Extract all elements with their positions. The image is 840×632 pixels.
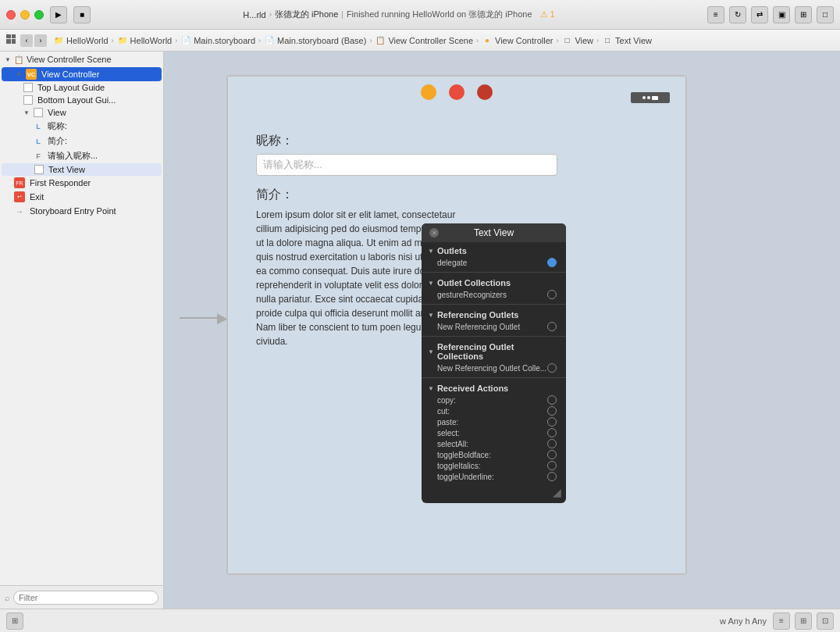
outlets-label: Outlets bbox=[437, 246, 467, 255]
popup-row-paste[interactable]: paste: bbox=[428, 416, 560, 427]
refresh-button[interactable]: ↻ bbox=[729, 6, 746, 23]
vc-label: View Controller bbox=[41, 70, 99, 79]
split-view-button[interactable]: ⊞ bbox=[795, 6, 812, 23]
layout-btn[interactable]: ⊞ bbox=[795, 612, 812, 630]
popup-section-outlets: ▼ Outlets delegate bbox=[422, 242, 566, 270]
toggleitalics-circle[interactable] bbox=[547, 461, 557, 470]
maximize-button[interactable] bbox=[34, 10, 44, 20]
toggle-sidebar-btn[interactable]: ⊞ bbox=[6, 612, 23, 630]
popup-row-gesture[interactable]: gestureRecognizers bbox=[428, 289, 560, 300]
intro-label-text: 简介: bbox=[48, 135, 67, 147]
project-name: H...rld bbox=[243, 10, 265, 20]
popup-row-select[interactable]: select: bbox=[428, 427, 560, 438]
new-ref-col-circle[interactable] bbox=[547, 363, 557, 373]
sidebar-item-entry-point[interactable]: → Storyboard Entry Point bbox=[0, 204, 163, 218]
minimize-button[interactable] bbox=[20, 10, 30, 20]
popup-row-copy[interactable]: copy: bbox=[428, 395, 560, 405]
roc-triangle: ▼ bbox=[428, 348, 434, 355]
popup-close-button[interactable]: ✕ bbox=[429, 228, 439, 237]
gesture-circle[interactable] bbox=[547, 290, 557, 299]
inspector-btn[interactable]: ≡ bbox=[773, 612, 790, 630]
section-toggle[interactable]: ▼ bbox=[5, 56, 11, 63]
breadcrumb-item-textview[interactable]: □ Text View bbox=[602, 35, 652, 46]
warning-badge: ⚠ 1 bbox=[540, 9, 555, 20]
bc-label: HelloWorld bbox=[66, 36, 109, 45]
size-info: w Any h Any bbox=[720, 616, 767, 626]
sidebar-item-top-layout[interactable]: Top Layout Guide bbox=[0, 81, 163, 94]
sidebar-item-textview[interactable]: Text View bbox=[2, 163, 162, 176]
bc-sep1: › bbox=[112, 37, 114, 45]
popup-row-new-ref-col[interactable]: New Referencing Outlet Colle... bbox=[428, 362, 560, 373]
textview-sidebar-icon bbox=[34, 165, 44, 174]
ro-label: Referencing Outlets bbox=[437, 310, 519, 320]
stop-button[interactable]: ■ bbox=[73, 6, 91, 23]
storyboard-icon: 📄 bbox=[180, 35, 191, 46]
paste-circle[interactable] bbox=[547, 417, 557, 427]
close-button[interactable] bbox=[6, 10, 16, 20]
back-forward-button[interactable]: ⇄ bbox=[751, 6, 768, 23]
popup-row-togglebold[interactable]: toggleBoldface: bbox=[428, 449, 560, 460]
breadcrumb-item-helloworld2[interactable]: 📁 HelloWorld bbox=[117, 35, 173, 46]
popup-row-cut[interactable]: cut: bbox=[428, 405, 560, 416]
sidebar-item-bottom-layout[interactable]: Bottom Layout Gui... bbox=[0, 94, 163, 106]
sidebar-item-view[interactable]: ▼ View bbox=[0, 106, 163, 119]
delegate-circle[interactable] bbox=[547, 258, 557, 267]
intro-field-label: 简介： bbox=[256, 187, 657, 203]
togglebold-circle[interactable] bbox=[547, 450, 557, 459]
actions-header: ▼ Received Actions bbox=[428, 382, 560, 395]
sidebar-item-vc[interactable]: ▼ VC View Controller bbox=[2, 67, 162, 81]
oc-label: Outlet Collections bbox=[437, 278, 511, 287]
signal-dot2 bbox=[647, 96, 650, 99]
sidebar-item-textfield[interactable]: F 请输入昵称... bbox=[0, 148, 163, 163]
nav-back-button[interactable]: ‹ bbox=[20, 34, 33, 47]
breadcrumb-item-base[interactable]: 📄 Main.storyboard (Base) bbox=[264, 35, 366, 46]
nickname-label-text: 昵称: bbox=[48, 120, 67, 132]
textview-sidebar-label: Text View bbox=[48, 165, 85, 174]
popup-resize-handle[interactable]: ◢ bbox=[422, 484, 566, 500]
constraint-btn[interactable]: ⊡ bbox=[817, 612, 834, 630]
textview-icon: □ bbox=[602, 35, 613, 46]
scheme-button[interactable]: ▶ bbox=[50, 6, 67, 23]
breadcrumb-item-main[interactable]: 📄 Main.storyboard bbox=[180, 35, 255, 46]
select-circle[interactable] bbox=[547, 428, 557, 437]
sidebar-item-exit[interactable]: ↩ Exit bbox=[0, 190, 163, 204]
breadcrumb-item-view[interactable]: □ View bbox=[561, 35, 593, 46]
bc-sep2: › bbox=[175, 37, 177, 45]
cut-circle[interactable] bbox=[547, 406, 557, 416]
filter-input[interactable] bbox=[13, 591, 158, 605]
grid-icon[interactable] bbox=[6, 34, 16, 44]
bc-sep3: › bbox=[258, 37, 261, 45]
paste-label: paste: bbox=[437, 418, 458, 427]
pink-circle-icon bbox=[477, 84, 493, 100]
section-icon: 📋 bbox=[14, 55, 23, 64]
new-ref-circle[interactable] bbox=[547, 322, 557, 331]
sidebar: ▼ 📋 View Controller Scene ▼ VC View Cont… bbox=[0, 52, 164, 609]
bottom-right: w Any h Any ≡ ⊞ ⊡ bbox=[720, 612, 834, 630]
titlebar-right: ≡ ↻ ⇄ ▣ ⊞ □ bbox=[707, 6, 834, 23]
nickname-textfield[interactable]: 请输入昵称... bbox=[256, 154, 557, 176]
popup-row-toggleunderline[interactable]: toggleUnderline: bbox=[428, 471, 560, 482]
breadcrumb-item-helloworld1[interactable]: 📁 HelloWorld bbox=[53, 35, 109, 46]
view-icon: □ bbox=[561, 35, 572, 46]
sidebar-item-intro-label[interactable]: L 简介: bbox=[0, 134, 163, 148]
toggleunderline-circle[interactable] bbox=[547, 472, 557, 481]
popup-row-toggleitalics[interactable]: toggleItalics: bbox=[428, 460, 560, 471]
popup-row-new-ref[interactable]: New Referencing Outlet bbox=[428, 321, 560, 332]
sidebar-item-nickname-label[interactable]: L 昵称: bbox=[0, 119, 163, 134]
sidebar-toggle-button[interactable]: □ bbox=[817, 6, 834, 23]
editor-view-button[interactable]: ▣ bbox=[773, 6, 790, 23]
popup-row-selectall[interactable]: selectAll: bbox=[428, 438, 560, 449]
breadcrumb-item-scene[interactable]: 📋 View Controller Scene bbox=[375, 35, 473, 46]
breadcrumb-item-vc[interactable]: ● View Controller bbox=[482, 35, 553, 46]
copy-circle[interactable] bbox=[547, 395, 557, 405]
scene-icon: 📋 bbox=[375, 35, 386, 46]
popup-row-delegate[interactable]: delegate bbox=[428, 257, 560, 268]
sidebar-item-first-responder[interactable]: FR First Responder bbox=[0, 176, 163, 190]
list-view-button[interactable]: ≡ bbox=[707, 6, 724, 23]
popup: ✕ Text View ▼ Outlets delegate ▼ bbox=[422, 223, 566, 503]
exit-label: Exit bbox=[30, 192, 44, 202]
nav-forward-button[interactable]: › bbox=[34, 34, 47, 47]
selectall-circle[interactable] bbox=[547, 439, 557, 448]
sep4 bbox=[422, 377, 566, 378]
nickname-field-label: 昵称： bbox=[256, 133, 657, 149]
